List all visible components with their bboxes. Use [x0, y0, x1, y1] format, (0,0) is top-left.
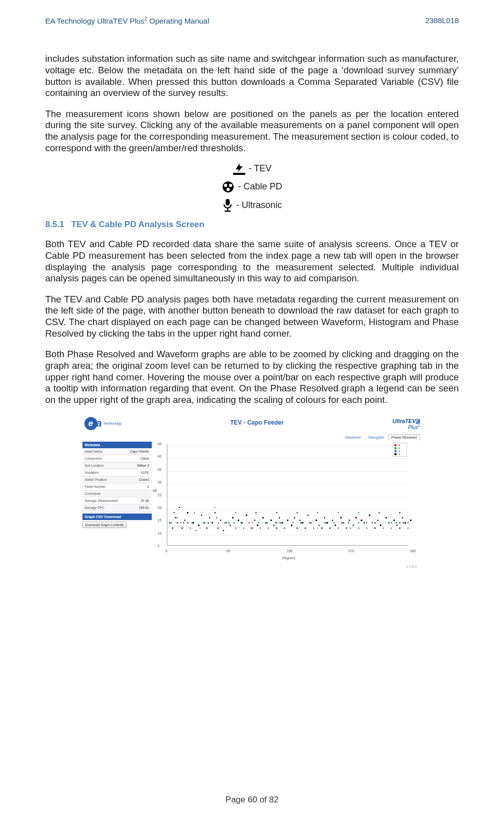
data-point[interactable]: [216, 517, 218, 519]
data-point[interactable]: [358, 528, 360, 529]
data-point[interactable]: [305, 528, 306, 529]
data-point[interactable]: [377, 520, 379, 521]
data-point[interactable]: [172, 528, 173, 529]
data-point[interactable]: [209, 517, 211, 519]
data-point[interactable]: [184, 520, 186, 521]
data-point[interactable]: [391, 528, 392, 529]
data-point[interactable]: [338, 512, 339, 514]
data-point[interactable]: [341, 522, 343, 524]
data-point[interactable]: [234, 522, 235, 524]
data-point[interactable]: [302, 522, 304, 524]
data-point[interactable]: [232, 517, 234, 519]
data-point[interactable]: [348, 522, 349, 524]
data-point[interactable]: [187, 512, 188, 514]
data-point[interactable]: [243, 528, 245, 529]
data-point[interactable]: [276, 528, 277, 529]
data-point[interactable]: [279, 522, 281, 524]
data-point[interactable]: [206, 528, 208, 529]
data-point[interactable]: [358, 512, 360, 514]
data-point[interactable]: [250, 528, 252, 529]
data-point[interactable]: [242, 522, 243, 524]
data-point[interactable]: [208, 522, 209, 524]
data-point[interactable]: [346, 528, 347, 529]
data-point[interactable]: [246, 515, 247, 516]
data-point[interactable]: [284, 528, 286, 529]
data-point[interactable]: [179, 507, 180, 508]
data-point[interactable]: [340, 517, 342, 519]
data-point[interactable]: [399, 512, 400, 514]
data-point[interactable]: [372, 522, 373, 524]
data-point[interactable]: [218, 522, 220, 524]
data-point[interactable]: [201, 515, 203, 516]
tab-histogram[interactable]: Histogram: [365, 434, 387, 441]
tab-waveform[interactable]: Waveform: [342, 434, 364, 441]
data-point[interactable]: [228, 522, 230, 524]
data-point[interactable]: [198, 525, 199, 526]
data-point[interactable]: [230, 525, 231, 526]
data-point[interactable]: [215, 512, 216, 514]
data-point[interactable]: [402, 517, 404, 519]
data-point[interactable]: [173, 512, 175, 514]
data-point[interactable]: [235, 512, 237, 514]
data-point[interactable]: [349, 520, 350, 521]
data-point[interactable]: [175, 517, 176, 519]
data-point[interactable]: [195, 530, 197, 532]
download-graph-contents-button[interactable]: Download Graph Contents: [82, 522, 127, 528]
data-point[interactable]: [332, 520, 334, 521]
data-point[interactable]: [402, 522, 404, 524]
data-point[interactable]: [399, 522, 400, 524]
data-point[interactable]: [183, 522, 184, 524]
data-point[interactable]: [255, 512, 257, 514]
data-point[interactable]: [395, 522, 397, 524]
data-point[interactable]: [308, 515, 309, 516]
data-point[interactable]: [283, 528, 284, 529]
data-point[interactable]: [257, 525, 258, 526]
data-point[interactable]: [327, 522, 328, 524]
data-point[interactable]: [324, 517, 326, 519]
data-point[interactable]: [317, 528, 319, 529]
data-point[interactable]: [353, 525, 354, 526]
data-point[interactable]: [262, 517, 264, 519]
data-point[interactable]: [338, 528, 339, 529]
data-point[interactable]: [270, 520, 272, 521]
data-point[interactable]: [187, 522, 188, 524]
data-point[interactable]: [296, 528, 298, 529]
data-point[interactable]: [334, 522, 335, 524]
data-point[interactable]: [224, 522, 226, 524]
data-point[interactable]: [226, 522, 227, 524]
data-point[interactable]: [296, 512, 298, 514]
data-point[interactable]: [291, 525, 292, 526]
data-point[interactable]: [191, 522, 193, 524]
data-point[interactable]: [223, 530, 224, 532]
data-point[interactable]: [350, 528, 351, 529]
data-point[interactable]: [393, 520, 395, 521]
data-point[interactable]: [194, 512, 195, 514]
data-point[interactable]: [369, 515, 370, 516]
data-point[interactable]: [252, 522, 254, 524]
data-point[interactable]: [329, 528, 331, 529]
data-point[interactable]: [235, 528, 237, 529]
data-point[interactable]: [192, 522, 194, 524]
data-point[interactable]: [260, 528, 261, 529]
data-point[interactable]: [176, 517, 178, 519]
data-point[interactable]: [335, 525, 336, 526]
data-point[interactable]: [408, 528, 409, 529]
data-point[interactable]: [383, 528, 384, 529]
data-point[interactable]: [190, 528, 191, 529]
data-point[interactable]: [410, 520, 412, 521]
data-point[interactable]: [361, 520, 362, 521]
data-point[interactable]: [358, 522, 360, 524]
data-point[interactable]: [313, 528, 315, 529]
data-point[interactable]: [273, 525, 275, 526]
data-point[interactable]: [325, 522, 327, 524]
data-point[interactable]: [181, 528, 183, 529]
data-point[interactable]: [316, 520, 317, 521]
data-point[interactable]: [399, 528, 400, 529]
data-point[interactable]: [276, 522, 277, 524]
data-point[interactable]: [385, 517, 387, 519]
data-point[interactable]: [378, 512, 380, 514]
data-point[interactable]: [199, 528, 201, 529]
data-point[interactable]: [212, 522, 213, 524]
data-point[interactable]: [215, 507, 216, 508]
data-point[interactable]: [310, 522, 312, 524]
